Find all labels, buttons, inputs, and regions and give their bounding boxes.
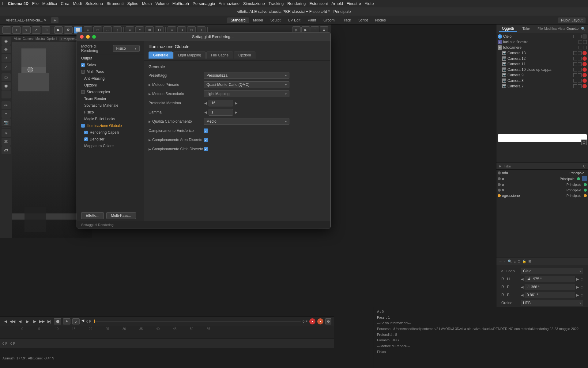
metodo-primario-dropdown[interactable]: Quasi-Monte-Carlo (QMC) ▾ xyxy=(204,81,289,88)
gamma-increase[interactable]: ▶ xyxy=(234,110,238,114)
tab-generale[interactable]: Generale xyxy=(149,52,173,59)
cam-render-5[interactable] xyxy=(578,79,582,82)
profondita-increase[interactable]: ▶ xyxy=(234,101,238,105)
menu-estensioni[interactable]: Estensioni xyxy=(309,1,328,6)
timeline-scrubber[interactable] xyxy=(94,321,301,322)
cielo-vis[interactable] xyxy=(573,35,577,38)
take-o2[interactable]: o Principale xyxy=(496,182,588,187)
app-name[interactable]: Cinema 4D xyxy=(8,1,28,6)
tool-light[interactable]: ☀ xyxy=(2,129,11,137)
menu-modifica[interactable]: Modifica xyxy=(42,1,57,6)
obj-camera-11[interactable]: 📷 Camera 11 xyxy=(496,61,588,67)
tab-document[interactable]: villetta ALE-salvo-cla... × xyxy=(2,17,50,23)
cam-vis-6[interactable] xyxy=(573,84,577,88)
tool-select[interactable]: ◉ xyxy=(2,37,11,45)
effetto-button[interactable]: Effetto... xyxy=(81,212,104,219)
obj-camera-13[interactable]: 📷 Camera 13 xyxy=(496,50,588,56)
right-panel-oggetto[interactable]: Oggetto xyxy=(567,27,579,31)
viewport-menu-viste[interactable]: Viste xyxy=(14,37,21,40)
sidebar-item-teamrender[interactable]: Team Render xyxy=(77,95,144,102)
workspace-tab-model[interactable]: Model xyxy=(249,17,267,23)
profondita-field[interactable]: 16 xyxy=(209,100,233,106)
sidebar-item-rendering-capelli[interactable]: Rendering Capelli xyxy=(77,129,144,136)
toolbar-move-tool[interactable]: ⊡ xyxy=(2,26,11,34)
cam-render-2[interactable] xyxy=(578,62,582,66)
cam-render-3[interactable] xyxy=(578,68,582,71)
viewport-menu-camere[interactable]: Camere xyxy=(23,37,34,40)
sidebar-item-stereoscopico[interactable]: Stereoscopico xyxy=(77,89,144,95)
props-home[interactable]: ⊙ xyxy=(518,259,520,263)
cam-vis-3[interactable] xyxy=(573,68,577,71)
workspace-tab-groom[interactable]: Groom xyxy=(320,17,338,23)
property-ordine-dropdown[interactable]: HPB ▾ xyxy=(521,300,583,306)
cam-render-4[interactable] xyxy=(578,73,582,77)
workspace-tab-nodes[interactable]: Nodes xyxy=(371,17,390,23)
sidebar-item-denoiser[interactable]: Denoiser xyxy=(77,136,144,143)
presettaggi-dropdown[interactable]: Personalizza ▾ xyxy=(204,72,289,79)
metodo-secondario-dropdown[interactable]: Light Mapping ▾ xyxy=(204,90,289,97)
cam-render-0[interactable] xyxy=(578,51,582,55)
toolbar-z-axis[interactable]: Z xyxy=(32,26,40,34)
props-search[interactable]: 🔍 xyxy=(508,259,512,263)
dialog-maximize-button[interactable] xyxy=(92,35,96,39)
props-more[interactable]: ⊞ xyxy=(528,259,531,263)
workspace-tab-standard[interactable]: Standard xyxy=(227,17,249,23)
play-last-frame[interactable]: ▶| xyxy=(47,319,52,324)
record-orange[interactable]: ● xyxy=(317,318,323,324)
sidebar-item-illuminazione-globale[interactable]: Illuminazione Globale xyxy=(77,122,144,129)
play-first-frame[interactable]: |◀ xyxy=(2,319,8,324)
props-nav-back[interactable]: ← xyxy=(499,260,502,263)
dialog-minimize-button[interactable] xyxy=(86,35,90,39)
auto-keyframe[interactable]: A xyxy=(63,318,70,324)
sidebar-item-sovrascrivi[interactable]: Sovrascrivi Materiale xyxy=(77,102,144,109)
qualita-toggle[interactable]: ▶ xyxy=(149,120,151,123)
props-lock[interactable]: 🔒 xyxy=(522,259,526,263)
viewport-menu[interactable]: Viste Camere Mostra Opzioni xyxy=(14,37,57,40)
luci-vis[interactable] xyxy=(579,40,582,44)
right-tab-oggetti[interactable]: Oggetti xyxy=(499,26,517,32)
fotocamere-vis[interactable] xyxy=(579,46,582,49)
menu-mograph[interactable]: MoGraph xyxy=(172,1,189,6)
sidebar-item-antialiasing[interactable]: Anti-Aliasing xyxy=(77,75,144,82)
tool-paint[interactable]: ✏ xyxy=(2,101,11,109)
tool-camera[interactable]: 📷 xyxy=(2,118,11,126)
metodo-primario-toggle[interactable]: ▶ xyxy=(149,83,151,86)
tool-move[interactable]: ✥ xyxy=(2,45,11,53)
toolbar-render-settings[interactable]: ⚙ xyxy=(64,26,73,34)
menu-spline[interactable]: Spline xyxy=(127,1,138,6)
sidebar-item-opzioni[interactable]: Opzioni xyxy=(77,82,144,89)
play-prev[interactable]: ◀ xyxy=(17,319,23,324)
profondita-decrease[interactable]: ◀ xyxy=(204,101,207,105)
obj-camera-10-close-up-cappa[interactable]: 📷 Camera 10 close up cappa xyxy=(496,67,588,72)
obj-cielo[interactable]: ● Cielo xyxy=(496,34,588,39)
tool-point[interactable]: · xyxy=(2,90,11,98)
fotocamere-render[interactable] xyxy=(583,46,587,49)
right-tab-take[interactable]: Take xyxy=(519,26,533,32)
workspace-tab-sculpt[interactable]: Sculpt xyxy=(267,17,284,23)
rp-increase[interactable]: ▶ xyxy=(576,285,579,289)
rh-decrease[interactable]: ◀ xyxy=(521,277,523,281)
menu-personaggio[interactable]: Personaggio xyxy=(193,1,215,6)
tool-deform[interactable]: ⌘ xyxy=(2,138,11,146)
denoiser-checkbox[interactable] xyxy=(84,137,88,141)
toolbar-coords[interactable]: ⊞ xyxy=(42,26,50,34)
cam-render-6[interactable] xyxy=(578,84,582,88)
rh-increase[interactable]: ▶ xyxy=(576,277,579,281)
tool-edge[interactable]: ⬢ xyxy=(2,82,11,90)
menu-modi[interactable]: Modi xyxy=(73,1,82,6)
right-panel-file[interactable]: File xyxy=(537,27,543,31)
tool-magnify[interactable]: ⌖ xyxy=(2,110,11,118)
workspace-tab-uvedit[interactable]: UV Edit xyxy=(284,17,304,23)
campionamento-area-toggle[interactable]: ▶ xyxy=(149,138,151,142)
cam-render-1[interactable] xyxy=(578,57,582,60)
take-oda[interactable]: oda Principale xyxy=(496,170,588,176)
apple-menu[interactable]:  xyxy=(2,1,4,6)
rb-increase[interactable]: ▶ xyxy=(576,293,579,297)
props-filter[interactable]: ≡ xyxy=(514,260,516,263)
menu-crea[interactable]: Crea xyxy=(61,1,69,6)
menu-strumenti[interactable]: Strumenti xyxy=(107,1,124,6)
campionamento-area-checkbox[interactable] xyxy=(204,138,208,142)
metodo-secondario-toggle[interactable]: ▶ xyxy=(149,92,151,96)
dialog-close-button[interactable] xyxy=(80,35,84,39)
gamma-field[interactable]: 1 xyxy=(209,109,233,116)
